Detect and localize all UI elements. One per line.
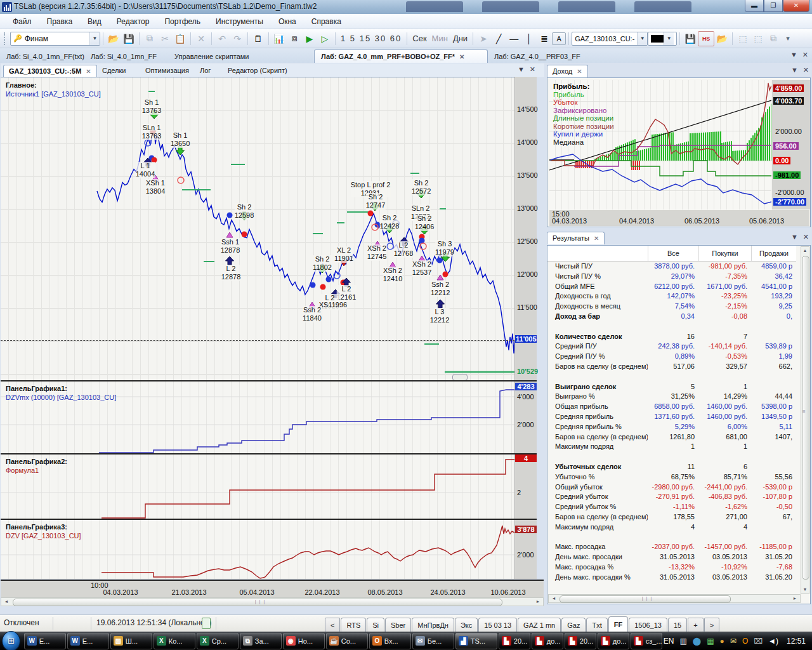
chevron-down-icon[interactable]: ▼ [664,32,674,45]
scroll-left-icon[interactable]: ◄ [2,599,11,605]
hline-tool[interactable]: — [506,32,521,46]
chevron-down-icon[interactable]: ▼ [89,32,100,45]
tray-mail-icon[interactable]: ✉ [730,637,737,645]
log-page-icon[interactable] [202,618,211,629]
copy-button[interactable]: ⧉ [142,32,157,46]
instrument-tab-+[interactable]: + [688,618,703,632]
instrument-tab-15-03-13[interactable]: 15 03 13 [478,618,517,632]
instrument-tab-gaz-1-mn[interactable]: GAZ 1 mn [518,618,561,632]
chart-tab-3[interactable]: Лог [193,65,217,77]
delete-button[interactable]: ✕ [193,32,209,46]
scroll-down-icon[interactable]: ▼ [801,587,809,593]
menu-item-1[interactable]: Правка [39,15,81,28]
pin-icon[interactable]: ▼ [791,66,798,74]
lab-tab-1[interactable]: Лаб: Si_4.0_1mn_FF [84,50,168,63]
taskbar-item-1[interactable]: WE... [67,633,109,649]
pin-icon[interactable]: ▼ [791,233,798,241]
instrument-tab-экс[interactable]: Экс [455,618,478,632]
close-strip-icon[interactable]: ✕ [802,51,808,59]
instrument-tab-<[interactable]: < [325,618,340,632]
menu-item-7[interactable]: Справка [304,15,349,28]
scroll-right-icon[interactable]: ► [534,599,542,605]
instrument-tab->[interactable]: > [704,618,719,632]
income-chart[interactable]: Прибыль:ПрибыльУбытокЗафиксированоДлинны… [547,77,811,227]
lab-tab-2[interactable]: Управление скриптами [168,50,257,63]
undo-button[interactable]: ↶ [214,32,230,46]
close-chart-icon[interactable]: ✕ [530,65,535,74]
taskbar-item-12[interactable]: ▙до... [532,633,563,649]
scroll-up-icon[interactable]: ▲ [801,248,809,254]
taskbar-item-13[interactable]: ▙20... [565,633,596,649]
panel-graph-1[interactable]: ПанельГрафика1: DZVmx (10000) [GAZ_13010… [1,381,514,453]
script-scheme-button[interactable]: ⧈ [287,32,302,46]
timeframe-values[interactable]: 1 5 15 30 60 [341,34,402,43]
volume-icon[interactable]: ◄) [768,637,778,645]
lab-tab-3[interactable]: Лаб: GAZ_4.0_mm_PRF+BOBO+OZ_FF*✕ [314,50,488,63]
chart-button[interactable]: 📊 [272,32,287,46]
save-button[interactable]: 💾 [121,32,136,46]
chevron-down-icon[interactable]: ▼ [637,32,647,45]
tray-mouse-icon[interactable]: ⬤ [693,637,701,645]
taskbar-item-8[interactable]: OВх... [369,633,411,649]
run-agent-button[interactable]: ▷ [317,32,332,46]
pin-icon[interactable]: ▼ [790,51,797,59]
taskbar-item-0[interactable]: WE... [24,633,66,649]
cursor-tool[interactable]: ➤ [476,32,491,46]
close-button[interactable]: ✕ [783,0,809,12]
tray-outlook-icon[interactable]: O [742,637,748,645]
results-table[interactable]: ВсеПокупкиПродажи Чистый П/У3878,00 руб.… [547,245,811,604]
chart-h-scrollbar[interactable]: ◄ ❘❘❘ ► [1,597,544,606]
instrument-tab-gaz[interactable]: Gaz [561,618,586,632]
cut-button[interactable]: ✂ [157,32,173,46]
restore-button[interactable]: ❐ [764,0,783,12]
hs-button[interactable]: HS [698,31,714,46]
close-icon[interactable]: ✕ [86,68,91,75]
ungroup-button[interactable]: ⬚ [750,32,766,46]
instrument-tab-мнпрвдн[interactable]: МнПрвДн [412,618,454,632]
language-indicator[interactable]: EN [664,637,674,646]
taskbar-item-5[interactable]: ⧉За... [240,633,282,649]
unit-minutes[interactable]: Мин [432,34,448,43]
instrument-tab-ff[interactable]: FF [608,616,628,632]
taskbar-item-11[interactable]: ▙20... [499,633,530,649]
scroll-left-icon[interactable]: ◄ [549,595,558,602]
clone-button[interactable]: ⧉ [766,32,781,46]
title-bar[interactable]: TSLab (версия 1.2.7.35:64bit) - D:\Users… [0,0,812,15]
open-script-button[interactable]: 📂 [714,32,730,46]
taskbar-item-7[interactable]: ☕Со... [326,633,368,649]
group-button[interactable]: ⬚ [735,32,750,46]
close-icon[interactable]: ✕ [594,235,599,242]
taskbar-item-14[interactable]: ▙до... [598,633,629,649]
tab-income[interactable]: Доход✕ [547,65,588,77]
start-button[interactable]: ⊞ [2,631,20,650]
results-h-scrollbar[interactable]: ◄ ❘❘❘ ► [548,594,801,603]
paste-button[interactable]: 📋 [173,32,188,46]
tray-chart-icon[interactable]: ▦ [707,637,714,645]
tray-network-icon[interactable]: ⌧ [754,637,763,645]
symbol-combo[interactable]: GAZ_130103_CU:-▼ [572,32,648,46]
panel-graph-2[interactable]: ПанельГрафика2: Формула1 [1,454,514,519]
taskbar-item-3[interactable]: XКо... [154,633,195,649]
panel-graph-3[interactable]: ПанельГрафика3: DZV [GAZ_130103_CU] [1,520,514,579]
color-combo[interactable]: ▼ [648,32,677,46]
menu-item-0[interactable]: Файл [5,15,39,28]
instrument-tab-sber[interactable]: Sber [385,618,411,632]
taskbar-item-10[interactable]: ▟TS... [455,633,497,649]
levels-tool[interactable]: ≣ [537,32,552,46]
instrument-tab-si[interactable]: Si [367,618,384,632]
taskbar-item-15[interactable]: ▙сз_... [631,633,662,649]
lab-tab-0[interactable]: Лаб: Si_4.0_1mn_FF(txt) [0,50,84,63]
scroll-thumb[interactable] [802,256,809,580]
chart-tab-0[interactable]: GAZ_130103_CU:-:5M✕ [3,65,97,77]
account-combo[interactable]: 🔑Финам▼ [10,32,100,46]
clock[interactable]: 12:51 [787,637,806,646]
instrument-tab-15[interactable]: 15 [668,618,687,632]
minimize-button[interactable]: ▬ [745,0,764,12]
menu-item-2[interactable]: Вид [80,15,109,28]
chart-tab-1[interactable]: Сделки [96,65,133,77]
close-results-icon[interactable]: ✕ [803,233,809,241]
taskbar-item-9[interactable]: ✉Бе... [412,633,454,649]
tab-results[interactable]: Результаты✕ [547,232,605,244]
instrument-tab-txt[interactable]: Txt [586,618,607,632]
results-v-scrollbar[interactable]: ▲ ≡ ▼ [801,246,809,594]
